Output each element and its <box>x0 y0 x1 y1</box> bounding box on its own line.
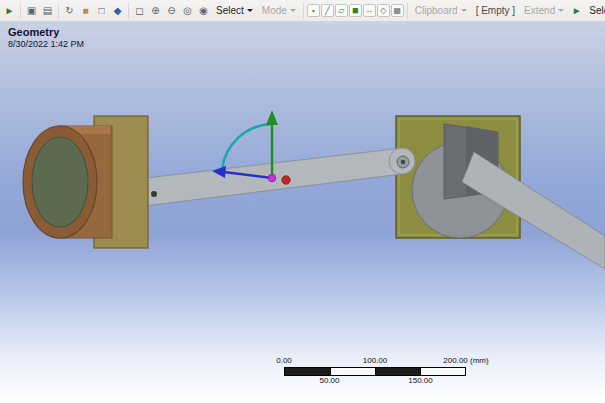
zoom-in-icon[interactable]: ⊕ <box>148 3 163 19</box>
mode-label: Mode <box>262 5 287 16</box>
main-beam-body[interactable] <box>112 148 415 210</box>
scale-segment <box>375 368 420 375</box>
graphics-toolbar: ► ▣ ▤ ↻ ■ □ ◆ ◻ ⊕ ⊖ ◎ ◉ Select Mode • ╱ … <box>0 0 605 22</box>
manage-views-icon[interactable]: ▦ <box>391 4 404 17</box>
solid-body-icon[interactable]: ■ <box>78 3 93 19</box>
zoom-out-icon[interactable]: ⊖ <box>164 3 179 19</box>
hit-point-marker[interactable] <box>282 176 290 184</box>
edge-filter-icon[interactable]: ╱ <box>321 4 334 17</box>
extend-label: Extend <box>524 5 555 16</box>
toolbar-separator <box>20 3 21 19</box>
viewport-timestamp: 8/30/2022 1:42 PM <box>8 39 84 49</box>
extend-selection-icon[interactable]: ↔ <box>363 4 376 17</box>
viewport-header: Geometry 8/30/2022 1:42 PM <box>8 26 84 49</box>
clipboard-label: Clipboard <box>415 5 458 16</box>
geometry-viewport[interactable]: Geometry 8/30/2022 1:42 PM <box>0 22 605 403</box>
scale-label-100: 100.00 <box>363 356 387 365</box>
rotate-view-icon[interactable]: ↻ <box>62 3 77 19</box>
rotation-arc-handle[interactable] <box>222 124 271 169</box>
mode-dropdown[interactable]: Mode <box>258 2 300 20</box>
pointer-mode-icon[interactable]: ◆ <box>110 3 125 19</box>
extend-dropdown[interactable]: Extend <box>520 2 568 20</box>
magnifier-icon[interactable]: ◉ <box>196 3 211 19</box>
scale-segment <box>420 368 465 375</box>
copy-icon[interactable]: ▣ <box>24 3 39 19</box>
ansys-mechanical-window: ► ▣ ▤ ↻ ■ □ ◆ ◻ ⊕ ⊖ ◎ ◉ Select Mode • ╱ … <box>0 0 605 403</box>
scale-bar-segments <box>284 367 466 376</box>
toolbar-separator <box>58 3 59 19</box>
scale-label-50: 50.00 <box>319 376 339 385</box>
pin-joint[interactable] <box>397 156 409 168</box>
scale-label-150: 150.00 <box>408 376 432 385</box>
scale-bar-top-labels: 0.00 100.00 200.00 (mm) <box>284 356 466 367</box>
scale-label-200: 200.00 (mm) <box>443 356 488 365</box>
toolbar-separator <box>128 3 129 19</box>
select-by-dropdown[interactable]: Select By <box>585 2 605 20</box>
scale-label-0: 0.00 <box>276 356 292 365</box>
clipboard-status: [ Empty ] <box>472 2 519 20</box>
scale-bar-bottom-labels: 50.00 150.00 <box>284 376 466 387</box>
isometric-view-icon[interactable]: ◇ <box>377 4 390 17</box>
scale-segment <box>285 368 330 375</box>
wireframe-icon[interactable]: □ <box>94 3 109 19</box>
select-dropdown[interactable]: Select <box>212 2 257 20</box>
viewport-title: Geometry <box>8 26 84 38</box>
toolbar-separator <box>303 3 304 19</box>
vertex-filter-icon[interactable]: • <box>307 4 320 17</box>
bushing-assembly-body[interactable] <box>23 116 148 248</box>
zoom-fit-icon[interactable]: ◎ <box>180 3 195 19</box>
triad-origin-handle[interactable] <box>268 174 276 182</box>
face-filter-icon[interactable]: ▱ <box>335 4 348 17</box>
clipboard-dropdown[interactable]: Clipboard <box>411 2 471 20</box>
select-by-label: Select By <box>589 5 605 16</box>
paste-icon[interactable]: ▤ <box>40 3 55 19</box>
select-by-cursor-icon[interactable]: ► <box>569 3 584 19</box>
beam-hole <box>151 191 157 197</box>
scale-segment <box>330 368 375 375</box>
scene-3d <box>0 22 605 403</box>
box-zoom-icon[interactable]: ◻ <box>132 3 147 19</box>
scale-bar: 0.00 100.00 200.00 (mm) 50.00 150.00 <box>284 356 466 387</box>
select-label: Select <box>216 5 244 16</box>
toolbar-separator <box>407 3 408 19</box>
select-cursor-icon[interactable]: ► <box>2 3 17 19</box>
body-filter-icon[interactable]: ◼ <box>349 4 362 17</box>
